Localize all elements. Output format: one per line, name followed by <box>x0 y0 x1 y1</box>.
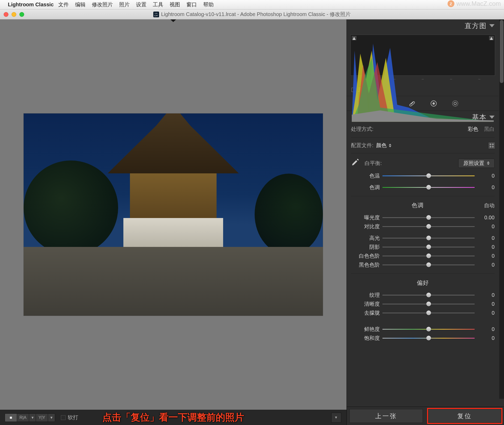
white-balance-row: 白平衡: 原照设置 <box>351 158 495 169</box>
slider-temperature[interactable]: 色温 0 <box>351 171 495 180</box>
view-before-after-yy[interactable]: Y|Y <box>36 414 48 422</box>
slider-黑色色阶[interactable]: 黑色色阶 0 <box>351 260 495 269</box>
slider-纹理[interactable]: 纹理 0 <box>351 291 495 299</box>
dropdown-icon <box>389 144 391 147</box>
menu-window[interactable]: 窗口 <box>186 1 197 8</box>
tone-section-header: 色调 自动 <box>351 200 495 210</box>
slider-value[interactable]: 0 <box>477 173 495 179</box>
panel-collapse-icon[interactable] <box>489 24 495 27</box>
menu-view[interactable]: 视图 <box>170 1 180 8</box>
right-footer: 上一张 复位 <box>347 407 504 425</box>
wb-value: 原照设置 <box>463 160 484 167</box>
watermark: Z www.MacZ.com <box>448 0 501 7</box>
slider-label: 鲜艳度 <box>351 326 380 333</box>
slider-饱和度[interactable]: 饱和度 0 <box>351 334 495 343</box>
slider-value[interactable]: 0 <box>477 235 495 241</box>
view-yy-dropdown-icon[interactable]: ▾ <box>48 414 55 422</box>
slider-value[interactable]: 0 <box>477 310 495 316</box>
auto-tone-button[interactable]: 自动 <box>484 202 495 209</box>
slider-label: 色调 <box>351 184 380 191</box>
app-name[interactable]: Lightroom Classic <box>8 2 54 8</box>
right-panel-scrollbar[interactable] <box>499 19 504 399</box>
window-controls <box>4 12 24 17</box>
slider-label: 阴影 <box>351 243 380 251</box>
slider-value[interactable]: 0 <box>477 253 495 259</box>
canvas-view[interactable] <box>0 19 346 410</box>
soft-proof-label: 软打 <box>68 414 78 421</box>
profile-row: 配置文件: 颜色 <box>351 142 495 149</box>
slider-value[interactable]: 0 <box>477 292 495 298</box>
slider-value[interactable]: 0 <box>477 244 495 250</box>
photo-preview[interactable] <box>24 113 323 316</box>
previous-button[interactable]: 上一张 <box>349 409 423 423</box>
window-title: Lightroom Catalog-v10-v11.lrcat - Adobe … <box>161 11 351 18</box>
slider-白色色阶[interactable]: 白色色阶 0 <box>351 251 495 260</box>
profile-value: 颜色 <box>376 142 387 149</box>
presence-section-title: 偏好 <box>417 279 429 287</box>
view-mode-segment: ■ R|A ▾ Y|Y ▾ <box>5 413 55 422</box>
mac-menu-bar: Lightroom Classic 文件 编辑 修改照片 照片 设置 工具 视图… <box>0 0 504 9</box>
slider-tint[interactable]: 色调 0 <box>351 183 495 192</box>
checkbox-icon[interactable] <box>61 415 66 420</box>
slider-value[interactable]: 0 <box>477 262 495 268</box>
scrollbar-thumb[interactable] <box>500 20 503 83</box>
top-panel-toggle-icon[interactable] <box>170 19 176 22</box>
slider-去朦胧[interactable]: 去朦胧 0 <box>351 308 495 317</box>
view-ra-dropdown-icon[interactable]: ▾ <box>29 414 36 422</box>
slider-value[interactable]: 0 <box>477 184 495 190</box>
tutorial-caption-overlay: 点击「复位」看一下调整前的照片 <box>102 411 244 424</box>
slider-鲜艳度[interactable]: 鲜艳度 0 <box>351 325 495 334</box>
menu-help[interactable]: 帮助 <box>203 1 214 8</box>
watermark-badge-icon: Z <box>448 0 454 7</box>
slider-label: 去朦胧 <box>351 309 380 317</box>
slider-label: 白色色阶 <box>351 252 380 260</box>
wb-preset-popup[interactable]: 原照设置 <box>458 159 495 168</box>
slider-label: 黑色色阶 <box>351 261 380 268</box>
slider-value[interactable]: 0 <box>477 335 495 341</box>
slider-label: 纹理 <box>351 292 380 299</box>
slider-value[interactable]: 0 <box>477 301 495 307</box>
reset-button[interactable]: 复位 <box>428 409 502 423</box>
slider-label: 曝光度 <box>351 214 380 221</box>
menu-settings[interactable]: 设置 <box>136 1 146 8</box>
close-window-icon[interactable] <box>4 12 8 17</box>
view-loupe[interactable]: ■ <box>5 414 17 422</box>
view-before-after-ra[interactable]: R|A <box>17 414 29 422</box>
slider-label: 饱和度 <box>351 335 380 342</box>
histogram-title: 直方图 <box>465 21 487 30</box>
slider-value[interactable]: 0 <box>477 224 495 230</box>
menu-edit[interactable]: 编辑 <box>75 1 86 8</box>
presence-section-header: 偏好 <box>351 278 495 288</box>
histogram-panel-header[interactable]: 直方图 <box>347 19 499 32</box>
dropdown-icon <box>487 161 490 165</box>
eyedropper-tool-icon[interactable] <box>351 158 360 169</box>
slider-value[interactable]: 0 <box>477 326 495 332</box>
toolbar-options-icon[interactable]: ▸ <box>331 413 341 423</box>
menu-tools[interactable]: 工具 <box>153 1 163 8</box>
slider-label: 高光 <box>351 235 380 242</box>
slider-value[interactable]: 0.00 <box>477 215 495 221</box>
toolbar: ■ R|A ▾ Y|Y ▾ 软打 点击「复位」看一下调整前的照片 ▸ <box>0 410 346 425</box>
soft-proof-checkbox[interactable]: 软打 <box>61 414 78 421</box>
window-titlebar: LrcCAT Lightroom Catalog-v10-v11.lrcat -… <box>0 9 504 19</box>
treatment-bw[interactable]: 黑白 <box>484 126 495 133</box>
profile-popup[interactable]: 颜色 <box>376 142 391 149</box>
profile-label: 配置文件: <box>351 142 374 149</box>
watermark-text: www.MacZ.com <box>456 0 501 7</box>
menu-photo[interactable]: 照片 <box>119 1 130 8</box>
slider-清晰度[interactable]: 清晰度 0 <box>351 299 495 308</box>
slider-曝光度[interactable]: 曝光度 0.00 <box>351 213 495 222</box>
slider-阴影[interactable]: 阴影 0 <box>351 242 495 251</box>
slider-label: 对比度 <box>351 223 380 230</box>
menu-develop[interactable]: 修改照片 <box>92 1 113 8</box>
slider-对比度[interactable]: 对比度 0 <box>351 222 495 231</box>
minimize-window-icon[interactable] <box>12 12 16 17</box>
menu-file[interactable]: 文件 <box>58 1 69 8</box>
slider-高光[interactable]: 高光 0 <box>351 234 495 242</box>
slider-label: 清晰度 <box>351 300 380 308</box>
histogram[interactable]: ▲ ▲ <box>350 35 495 76</box>
profile-browser-icon[interactable] <box>489 143 495 148</box>
tone-section-title: 色调 <box>412 201 424 209</box>
treatment-color[interactable]: 彩色 <box>468 126 478 133</box>
zoom-window-icon[interactable] <box>19 12 24 17</box>
